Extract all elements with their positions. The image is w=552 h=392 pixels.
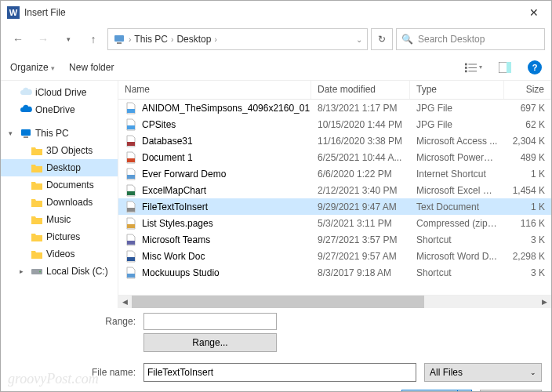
chevron-down-icon[interactable]: ⌄	[356, 35, 362, 44]
file-type: Microsoft PowerPo...	[410, 152, 504, 163]
chevron-icon: ▾	[9, 129, 16, 137]
folder-icon	[31, 180, 43, 191]
file-row[interactable]: Misc Work Doc9/27/2021 9:57 AMMicrosoft …	[118, 248, 551, 264]
close-icon[interactable]: ✕	[523, 3, 545, 22]
file-type: Microsoft Excel W...	[410, 185, 504, 196]
tree-item-this-pc[interactable]: ▾This PC	[1, 125, 118, 142]
col-date[interactable]: Date modified	[311, 81, 410, 99]
breadcrumb-seg[interactable]: Desktop	[176, 34, 211, 45]
new-folder-button[interactable]: New folder	[69, 62, 114, 73]
file-row[interactable]: Mockuuups Studio8/3/2017 9:18 AMShortcut…	[118, 264, 551, 281]
file-name: FileTextToInsert	[142, 201, 208, 212]
teams-icon	[125, 234, 137, 246]
search-placeholder: Search Desktop	[418, 34, 485, 45]
file-size: 62 K	[504, 119, 551, 130]
file-date: 8/3/2017 9:18 AM	[311, 267, 410, 278]
file-type: JPG File	[410, 103, 504, 114]
file-row[interactable]: Document 16/25/2021 10:44 A...Microsoft …	[118, 149, 551, 165]
file-row[interactable]: FileTextToInsert9/29/2021 9:47 AMText Do…	[118, 198, 551, 215]
file-row[interactable]: Microsoft Teams9/27/2021 3:57 PMShortcut…	[118, 231, 551, 248]
file-size: 3 K	[504, 267, 551, 278]
svg-rect-23	[127, 257, 135, 261]
svg-rect-5	[468, 67, 477, 68]
folder-icon	[31, 145, 43, 156]
up-button[interactable]: ↑	[82, 28, 104, 50]
tree-item-pictures[interactable]: Pictures	[1, 228, 118, 245]
range-input[interactable]	[143, 313, 277, 330]
svg-rect-0	[114, 35, 124, 42]
file-date: 8/13/2021 1:17 PM	[311, 103, 410, 114]
file-size: 2,304 K	[504, 136, 551, 147]
tree-item-music[interactable]: Music	[1, 211, 118, 228]
cloud-white-icon	[20, 87, 32, 98]
tree-item-documents[interactable]: Documents	[1, 176, 118, 194]
tree-item-local-disk-c-[interactable]: ▸Local Disk (C:)	[1, 263, 118, 280]
file-name: Document 1	[142, 152, 193, 163]
svg-rect-22	[127, 241, 135, 245]
svg-rect-15	[127, 125, 135, 129]
file-name: Microsoft Teams	[142, 234, 210, 245]
back-button[interactable]: ←	[7, 28, 29, 50]
col-size[interactable]: Size	[504, 81, 551, 99]
file-type: Internet Shortcut	[410, 169, 504, 180]
svg-rect-17	[127, 158, 135, 162]
svg-rect-18	[127, 175, 135, 179]
file-date: 2/12/2021 3:40 PM	[311, 185, 410, 196]
horizontal-scrollbar[interactable]: ◀ ▶	[118, 295, 551, 308]
svg-rect-6	[465, 70, 467, 72]
file-row[interactable]: ANIDOM_TheSimpsons_4096x2160_018/13/2021…	[118, 100, 551, 116]
link-icon	[125, 267, 137, 279]
ppt-icon	[125, 151, 137, 164]
file-name: Misc Work Doc	[142, 251, 205, 262]
file-date: 10/15/2020 1:44 PM	[311, 119, 410, 130]
column-headers: Name Date modified Type Size	[118, 81, 551, 100]
svg-rect-14	[127, 109, 135, 113]
svg-rect-1	[117, 42, 122, 44]
col-name[interactable]: Name	[118, 81, 311, 99]
view-mode-button[interactable]: ▾	[465, 59, 482, 76]
tree-label: Downloads	[46, 197, 93, 208]
file-size: 2,298 K	[504, 251, 551, 262]
col-type[interactable]: Type	[410, 81, 504, 99]
access-icon	[125, 135, 137, 147]
file-type: Microsoft Access ...	[410, 136, 504, 147]
app-icon: W	[7, 6, 20, 19]
help-icon[interactable]: ?	[528, 60, 542, 74]
refresh-button[interactable]: ↻	[371, 28, 393, 50]
breadcrumb[interactable]: › This PC › Desktop › ⌄	[107, 28, 368, 50]
scroll-right-icon[interactable]: ▶	[538, 296, 551, 309]
svg-rect-4	[465, 67, 467, 69]
file-size: 489 K	[504, 152, 551, 163]
pc-icon	[113, 33, 125, 45]
tree-item-desktop[interactable]: Desktop	[1, 159, 118, 176]
tree-item-downloads[interactable]: Downloads	[1, 194, 118, 211]
svg-rect-11	[24, 136, 28, 138]
tree-label: OneDrive	[35, 104, 75, 115]
tree-item-onedrive[interactable]: OneDrive	[1, 101, 118, 118]
file-row[interactable]: Database3111/16/2020 3:38 PMMicrosoft Ac…	[118, 132, 551, 149]
breadcrumb-seg[interactable]: This PC	[134, 34, 168, 45]
file-row[interactable]: Ever Forward Demo6/6/2020 1:22 PMInterne…	[118, 165, 551, 182]
filter-dropdown[interactable]: All Files⌄	[424, 363, 542, 382]
organize-menu[interactable]: Organize ▾	[10, 62, 55, 73]
tree-item-videos[interactable]: Videos	[1, 245, 118, 263]
preview-pane-button[interactable]	[496, 59, 514, 76]
file-row[interactable]: CPSites10/15/2020 1:44 PMJPG File62 K	[118, 116, 551, 132]
scroll-left-icon[interactable]: ◀	[118, 296, 132, 309]
file-type: Microsoft Word D...	[410, 251, 504, 262]
file-name: ANIDOM_TheSimpsons_4096x2160_01	[142, 103, 310, 114]
range-button[interactable]: Range...	[143, 333, 277, 352]
recent-dropdown-icon[interactable]: ▾	[57, 28, 79, 50]
file-row[interactable]: ExcelMapChart2/12/2021 3:40 PMMicrosoft …	[118, 182, 551, 198]
file-row[interactable]: List Styles.pages5/3/2021 3:11 PMCompres…	[118, 215, 551, 231]
tree-label: Music	[46, 214, 71, 225]
file-size: 3 K	[504, 234, 551, 245]
tree-item-3d-objects[interactable]: 3D Objects	[1, 142, 118, 159]
filename-input[interactable]	[143, 363, 416, 382]
tree-item-icloud-drive[interactable]: iCloud Drive	[1, 84, 118, 101]
search-input[interactable]: 🔍 Search Desktop	[396, 28, 545, 50]
search-icon: 🔍	[401, 34, 413, 45]
tree-label: This PC	[35, 128, 69, 139]
pc-icon	[20, 128, 32, 139]
forward-button[interactable]: →	[32, 28, 54, 50]
